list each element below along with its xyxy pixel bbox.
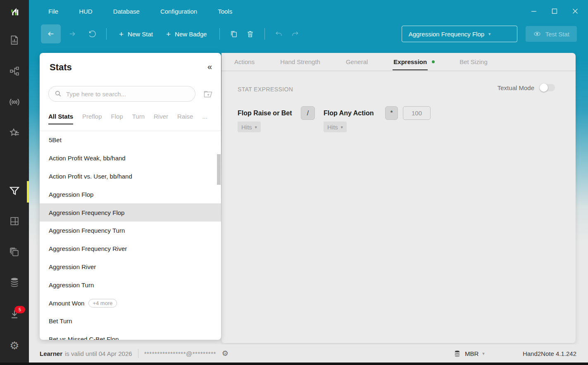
toolbar-divider [264, 28, 265, 40]
multiplier-input[interactable] [403, 106, 431, 120]
list-item[interactable]: Aggression Frequency Turn [40, 222, 221, 240]
list-item[interactable]: Bet Turn [40, 312, 221, 330]
sidebar-item-downloads[interactable]: 5 [0, 305, 29, 323]
sidebar-item-share[interactable] [0, 62, 29, 80]
sidebar-item-reports[interactable] [0, 31, 29, 49]
app-version: Hand2Note 4.1.242 [523, 350, 576, 357]
menu-tools[interactable]: Tools [218, 8, 232, 15]
delete-button[interactable] [242, 26, 259, 42]
tab-expression[interactable]: Expression [393, 53, 435, 71]
copy-icon [229, 30, 238, 38]
hand2note-logo-icon [7, 5, 21, 19]
toolbar-divider [219, 28, 220, 40]
redo-button[interactable] [287, 26, 304, 42]
tab-hand-strength[interactable]: Hand Strength [279, 53, 321, 71]
toggle-knob [540, 83, 548, 92]
maximize-button[interactable] [548, 5, 561, 17]
sidebar-item-database[interactable] [0, 273, 29, 291]
database-icon [453, 350, 461, 358]
minimize-button[interactable] [528, 5, 540, 17]
sidebar-item-favorites[interactable] [0, 124, 29, 142]
undo-button[interactable] [271, 26, 287, 42]
expression-operand-2[interactable]: Flop Any Action Hits ▾ [324, 106, 374, 132]
list-item[interactable]: Bet vs Missed C-Bet Flop [40, 330, 221, 340]
more-variants-badge[interactable]: +4 more [88, 299, 117, 308]
new-badge-button[interactable]: + New Badge [166, 30, 207, 38]
tab-flop[interactable]: Flop [111, 113, 123, 124]
operator-multiply-button[interactable]: * [385, 106, 398, 120]
list-item[interactable]: 5Bet [40, 131, 221, 149]
database-selector[interactable]: MBR ▾ [453, 350, 485, 358]
expression-operand-1[interactable]: Flop Raise or Bet Hits ▾ [238, 106, 292, 132]
history-button[interactable] [84, 26, 100, 42]
menu-database[interactable]: Database [113, 8, 140, 15]
stats-list: 5Bet Action Profit Weak, bb/hand Action … [40, 131, 221, 340]
duplicate-button[interactable] [226, 26, 242, 42]
tab-raise[interactable]: Raise [177, 113, 193, 124]
search-icon [54, 90, 62, 98]
sidebar-item-hud-layout[interactable] [0, 212, 29, 230]
list-item[interactable]: Aggression Turn [40, 276, 221, 294]
list-item[interactable]: Action Profit vs. User, bb/hand [40, 167, 221, 186]
list-item[interactable]: Aggression Flop [40, 185, 221, 203]
operand-property-dropdown[interactable]: Hits ▾ [238, 122, 261, 132]
back-button[interactable] [41, 24, 61, 43]
redo-icon [291, 30, 300, 38]
textual-mode-label: Textual Mode [498, 84, 534, 91]
download-count-badge: 5 [14, 306, 25, 313]
copies-icon [9, 246, 20, 258]
tab-preflop[interactable]: Preflop [82, 113, 102, 124]
stat-expression-builder: Flop Raise or Bet Hits ▾ / Flop Any Acti… [221, 106, 576, 135]
list-item[interactable]: Aggression River [40, 258, 221, 276]
arrow-right-icon [68, 29, 77, 38]
operand-name: Flop Any Action [324, 106, 374, 120]
list-item[interactable]: Action Profit Weak, bb/hand [40, 149, 221, 167]
new-stat-button[interactable]: + New Stat [119, 30, 153, 38]
tab-river[interactable]: River [154, 113, 168, 124]
filter-icon [8, 185, 21, 197]
menu-configuration[interactable]: Configuration [160, 8, 197, 15]
operand-name: Flop Raise or Bet [238, 106, 292, 120]
operand-property-dropdown[interactable]: Hits ▾ [324, 122, 347, 132]
database-icon [9, 277, 20, 288]
search-input[interactable] [48, 86, 195, 102]
operator-divide-button[interactable]: / [301, 106, 315, 120]
window-controls [528, 5, 588, 17]
tab-actions[interactable]: Actions [233, 53, 255, 71]
sidebar-item-sessions[interactable] [0, 93, 29, 111]
menu-file[interactable]: File [48, 8, 58, 15]
status-bar: Learner is valid until 04 Apr 2026 *****… [29, 344, 588, 363]
folder-plus-icon [202, 88, 214, 100]
textual-mode-control: Textual Mode [498, 84, 555, 91]
chevron-down-icon: ▾ [488, 31, 491, 37]
collapse-panel-button[interactable]: « [207, 62, 212, 72]
tab-all-stats[interactable]: All Stats [48, 113, 73, 124]
search-box [48, 86, 195, 102]
list-item-selected[interactable]: Aggression Frequency Flop [40, 203, 221, 222]
close-button[interactable] [569, 5, 581, 17]
sidebar-item-badges[interactable] [0, 243, 29, 261]
tab-turn[interactable]: Turn [132, 113, 145, 124]
plus-icon: + [119, 30, 124, 38]
app-logo [0, 3, 29, 21]
forward-button[interactable] [64, 26, 81, 42]
bottom-edge-strip [0, 363, 588, 365]
main-menu: File HUD Database Configuration Tools [29, 8, 232, 15]
new-folder-button[interactable] [202, 88, 214, 101]
stat-editor-panel: Actions Hand Strength General Expression… [221, 53, 576, 343]
chevron-down-icon: ▾ [255, 125, 257, 129]
sidebar-item-settings[interactable]: ⚙ [0, 336, 29, 355]
current-stat-dropdown[interactable]: Aggression Frequency Flop ▾ [402, 26, 517, 42]
menu-hud[interactable]: HUD [79, 8, 93, 15]
test-stat-button[interactable]: Test Stat [526, 26, 577, 42]
account-settings-gear-icon[interactable]: ⚙ [222, 350, 229, 357]
list-scrollbar-thumb[interactable] [217, 154, 221, 185]
tab-more[interactable]: ... [202, 113, 207, 124]
list-item[interactable]: Aggression Frequency River [40, 240, 221, 258]
tab-bet-sizing[interactable]: Bet Sizing [459, 53, 488, 71]
list-item[interactable]: Amount Won +4 more [40, 294, 221, 312]
minimize-icon [531, 8, 537, 14]
sidebar-item-stats-filter[interactable] [0, 182, 29, 200]
textual-mode-toggle[interactable] [540, 84, 555, 91]
tab-general[interactable]: General [345, 53, 369, 71]
